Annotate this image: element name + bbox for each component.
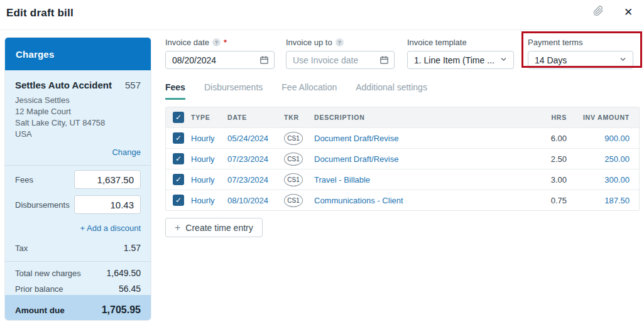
- change-matter-link[interactable]: Change: [112, 147, 141, 157]
- timekeeper-badge[interactable]: CS1: [284, 153, 303, 166]
- close-icon: ✕: [624, 6, 633, 19]
- column-header-inv-amount: INV AMOUNT: [567, 114, 630, 121]
- timekeeper-badge[interactable]: CS1: [284, 132, 303, 145]
- entry-date-link[interactable]: 07/23/2024: [227, 154, 284, 164]
- add-discount-link[interactable]: + Add a discount: [80, 223, 141, 233]
- amount-due-section: Amount due 1,705.95: [5, 295, 151, 320]
- prior-balance-value: 56.45: [119, 284, 141, 294]
- table-row: ✓ Hourly 08/10/2024 CS1 Communications -…: [166, 190, 639, 210]
- matter-contact: Jessica Settles: [15, 95, 141, 106]
- invoice-date-label: Invoice date: [165, 38, 209, 47]
- payment-terms-label: Payment terms: [528, 38, 582, 47]
- help-icon[interactable]: ?: [212, 38, 221, 46]
- total-new-charges-label: Total new charges: [15, 269, 81, 278]
- invoice-up-to-input[interactable]: [286, 51, 395, 69]
- tab-fee-allocation[interactable]: Fee Allocation: [281, 82, 337, 100]
- invoice-template-value: 1. Line Item (Time ...: [414, 55, 494, 65]
- entry-hours: 0.75: [529, 196, 567, 205]
- column-header-type: TYPE: [191, 114, 227, 121]
- entry-type-link[interactable]: Hourly: [191, 134, 227, 143]
- entry-date-link[interactable]: 08/10/2024: [227, 196, 284, 205]
- tab-disbursements[interactable]: Disbursements: [204, 82, 263, 100]
- entry-hours: 3.00: [529, 175, 567, 185]
- invoice-date-input[interactable]: [165, 51, 275, 69]
- dialog-titlebar: Edit draft bill ✕: [0, 0, 644, 30]
- table-row: ✓ Hourly 05/24/2024 CS1 Document Draft/R…: [166, 127, 639, 148]
- row-checkbox[interactable]: ✓: [173, 132, 184, 144]
- invoice-template-label: Invoice template: [407, 38, 467, 47]
- tax-label: Tax: [15, 244, 28, 253]
- charges-panel-body: Settles Auto Accident 557 Jessica Settle…: [5, 70, 151, 320]
- table-row: ✓ Hourly 07/23/2024 CS1 Document Draft/R…: [166, 148, 639, 169]
- matter-name: Settles Auto Accident: [15, 80, 112, 90]
- help-icon[interactable]: ?: [336, 38, 344, 46]
- invoice-template-select[interactable]: 1. Line Item (Time ...: [407, 51, 514, 69]
- invoice-template-field: Invoice template 1. Line Item (Time ...: [407, 38, 514, 69]
- matter-summary: Settles Auto Accident 557 Jessica Settle…: [5, 70, 151, 145]
- fees-table: ✓ TYPE DATE TKR DESCRIPTION HRS INV AMOU…: [165, 107, 640, 211]
- tab-additional-settings[interactable]: Additional settings: [356, 82, 427, 100]
- row-checkbox[interactable]: ✓: [173, 174, 184, 185]
- column-header-tkr: TKR: [284, 114, 314, 121]
- matter-address-line2: Salt Lake City, UT 84758: [15, 117, 141, 129]
- tab-fees[interactable]: Fees: [165, 82, 185, 100]
- timekeeper-badge[interactable]: CS1: [284, 194, 303, 207]
- payment-terms-field: Payment terms 14 Days: [528, 38, 633, 69]
- page-title: Edit draft bill: [6, 7, 74, 19]
- row-checkbox[interactable]: ✓: [173, 153, 184, 164]
- select-all-checkbox[interactable]: ✓: [173, 112, 184, 123]
- entry-type-link[interactable]: Hourly: [191, 154, 227, 164]
- entry-hours: 2.50: [529, 154, 567, 164]
- fees-label: Fees: [15, 175, 33, 185]
- entry-description-link[interactable]: Travel - Billable: [314, 175, 529, 185]
- entry-description-link[interactable]: Document Draft/Revise: [314, 134, 529, 143]
- plus-icon: +: [175, 223, 180, 233]
- entry-hours: 6.00: [529, 134, 567, 143]
- table-row: ✓ Hourly 07/23/2024 CS1 Travel - Billabl…: [166, 169, 639, 190]
- entry-amount-link[interactable]: 187.50: [567, 196, 630, 205]
- entry-amount-link[interactable]: 250.00: [567, 154, 630, 164]
- payment-terms-value: 14 Days: [535, 55, 567, 65]
- charges-panel: Charges Settles Auto Accident 557 Jessic…: [5, 38, 151, 320]
- close-button[interactable]: ✕: [620, 4, 636, 20]
- entry-date-link[interactable]: 05/24/2024: [227, 134, 284, 143]
- entry-description-link[interactable]: Document Draft/Revise: [314, 154, 529, 164]
- charges-title: Charges: [16, 49, 54, 60]
- matter-address-line3: USA: [15, 129, 141, 140]
- entry-description-link[interactable]: Communications - Client: [314, 196, 529, 205]
- fees-input[interactable]: [74, 170, 141, 189]
- column-header-description: DESCRIPTION: [314, 114, 529, 121]
- disbursements-label: Disbursements: [15, 200, 70, 210]
- amount-due-value: 1,705.95: [102, 304, 141, 316]
- create-time-entry-button[interactable]: + Create time entry: [165, 218, 263, 237]
- charges-panel-header: Charges: [5, 38, 151, 70]
- bill-tabs: Fees Disbursements Fee Allocation Additi…: [165, 82, 427, 100]
- entry-type-link[interactable]: Hourly: [191, 175, 227, 185]
- column-header-hrs: HRS: [529, 114, 567, 121]
- create-time-entry-label: Create time entry: [185, 223, 253, 233]
- attachment-button[interactable]: [590, 4, 606, 20]
- invoice-up-to-field: Invoice up to ?: [286, 38, 395, 69]
- matter-address-line1: 12 Maple Court: [15, 106, 141, 117]
- invoice-up-to-label: Invoice up to: [286, 38, 332, 47]
- entry-amount-link[interactable]: 300.00: [567, 175, 630, 185]
- chevron-down-icon: [619, 55, 627, 65]
- total-new-charges-value: 1,649.50: [107, 268, 141, 278]
- matter-number: 557: [125, 80, 141, 90]
- paperclip-icon: [593, 6, 604, 19]
- column-header-date: DATE: [227, 114, 284, 121]
- entry-date-link[interactable]: 07/23/2024: [227, 175, 284, 185]
- amount-due-label: Amount due: [15, 306, 65, 315]
- required-indicator: *: [224, 38, 227, 47]
- chevron-down-icon: [499, 55, 508, 65]
- payment-terms-select[interactable]: 14 Days: [528, 51, 633, 69]
- tax-value: 1.57: [124, 243, 141, 253]
- disbursements-input[interactable]: [74, 195, 141, 214]
- invoice-date-field: Invoice date ? *: [165, 38, 275, 69]
- entry-amount-link[interactable]: 900.00: [567, 134, 630, 143]
- entry-type-link[interactable]: Hourly: [191, 196, 227, 205]
- row-checkbox[interactable]: ✓: [173, 195, 184, 206]
- timekeeper-badge[interactable]: CS1: [284, 173, 303, 186]
- table-header-row: ✓ TYPE DATE TKR DESCRIPTION HRS INV AMOU…: [166, 107, 639, 127]
- prior-balance-label: Prior balance: [15, 284, 63, 294]
